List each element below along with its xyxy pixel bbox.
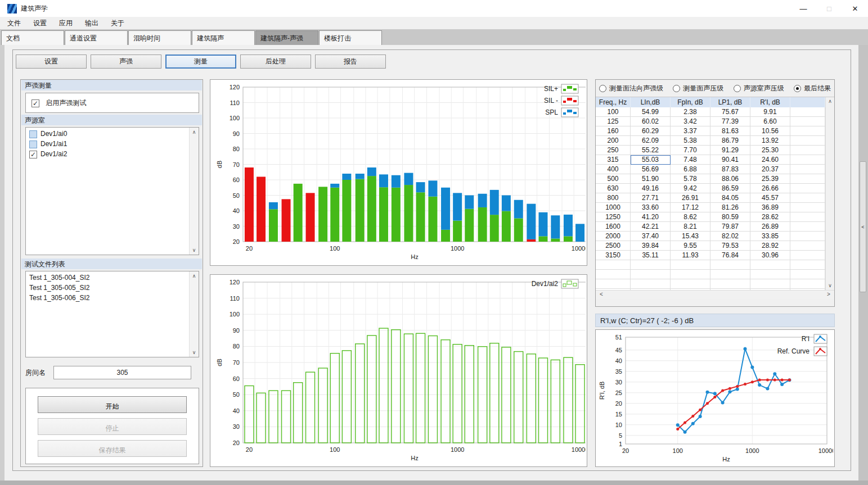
table-cell[interactable]: 25.30 [750,146,790,155]
table-cell[interactable]: 400 [596,165,631,174]
table-cell[interactable]: 6.88 [671,165,710,174]
table-cell[interactable]: 28.92 [750,241,790,251]
table-cell[interactable]: 250 [596,146,631,155]
sub-tab-4[interactable]: 后处理 [240,55,311,69]
table-cell[interactable]: 125 [596,117,631,126]
sub-tab-5[interactable]: 报告 [315,55,386,69]
table-cell[interactable]: 100 [596,107,631,117]
table-cell[interactable]: 28.62 [750,212,790,222]
table-cell[interactable]: 160 [596,126,631,136]
channel-checkbox[interactable] [29,140,37,148]
table-cell[interactable]: 26.89 [750,222,790,232]
main-tab-5[interactable]: 建筑隔声-声强 [255,30,318,45]
table-cell[interactable]: 91.29 [710,146,750,155]
table-cell[interactable]: 2.38 [671,107,710,117]
file-list-scrollbar[interactable]: ∧ ∨ [189,271,199,357]
table-cell[interactable]: 15.43 [671,232,710,241]
table-cell[interactable]: 11.93 [671,251,710,260]
enable-intensity-checkbox[interactable]: ✓ [32,99,39,107]
table-cell[interactable] [790,232,825,241]
collapse-panel-button[interactable]: < [860,161,866,292]
table-cell[interactable] [790,184,825,193]
table-cell[interactable]: 8.62 [671,212,710,222]
close-icon[interactable]: ✕ [842,0,868,17]
radio-option-2[interactable]: 测量面声压级 [673,84,723,93]
scroll-down-icon[interactable]: ∨ [190,348,199,357]
scroll-down-icon[interactable]: ∨ [826,282,834,290]
table-cell[interactable]: 79.53 [710,241,750,251]
radio-icon[interactable] [673,85,680,92]
main-tab-2[interactable]: 通道设置 [65,30,128,45]
scroll-down-icon[interactable]: ∨ [190,246,199,255]
table-cell[interactable] [790,203,825,212]
table-cell[interactable]: 45.57 [750,193,790,203]
main-tab-1[interactable]: 文档 [1,30,64,45]
table-cell[interactable]: 42.21 [631,222,671,232]
table-cell[interactable] [790,107,825,117]
scroll-left-icon[interactable]: < [597,291,606,297]
table-cell[interactable]: 33.60 [631,203,671,212]
table-cell[interactable]: 62.09 [631,136,671,146]
radio-icon[interactable] [794,85,801,92]
table-cell[interactable]: 10.56 [750,126,790,136]
channel-row-3[interactable]: ✓Dev1/ai2 [26,149,199,160]
main-tab-6[interactable]: 楼板打击 [319,30,382,45]
table-cell[interactable]: 630 [596,184,631,193]
table-cell[interactable]: 1250 [596,212,631,222]
table-cell[interactable]: 1600 [596,222,631,232]
table-cell[interactable]: 36.89 [750,203,790,212]
table-cell[interactable]: 33.85 [750,232,790,241]
channel-row-2[interactable]: Dev1/ai1 [26,139,199,149]
table-cell[interactable]: 75.67 [710,107,750,117]
table-horizontal-scrollbar[interactable]: < > [596,290,834,299]
menu-item-2[interactable]: 设置 [27,17,53,29]
room-name-input[interactable]: 305 [53,366,191,379]
table-cell[interactable]: 3.37 [671,126,710,136]
table-cell[interactable] [790,117,825,126]
scroll-up-icon[interactable]: ∧ [826,97,834,106]
table-cell[interactable]: 81.26 [710,203,750,212]
radio-option-4[interactable]: 最后结果 [794,84,831,93]
table-cell[interactable] [790,212,825,222]
table-cell[interactable] [790,193,825,203]
table-cell[interactable]: 88.06 [710,174,750,184]
radio-option-3[interactable]: 声源室声压级 [734,84,784,93]
table-cell[interactable]: 81.63 [710,126,750,136]
table-cell[interactable] [790,126,825,136]
table-cell[interactable]: 27.71 [631,193,671,203]
table-cell[interactable]: 500 [596,174,631,184]
table-cell[interactable]: 60.02 [631,117,671,126]
table-cell[interactable]: 41.20 [631,212,671,222]
scroll-up-icon[interactable]: ∧ [190,128,199,137]
sub-tab-2[interactable]: 声强 [91,55,161,69]
sub-tab-1[interactable]: 设置 [16,55,87,69]
table-cell[interactable]: 800 [596,193,631,203]
table-cell[interactable]: 5.78 [671,174,710,184]
table-cell[interactable]: 25.39 [750,174,790,184]
table-cell[interactable]: 7.48 [671,155,710,165]
test-file-item-3[interactable]: Test 1_305-006_SI2 [26,293,199,303]
menu-item-5[interactable]: 关于 [105,17,131,29]
table-cell[interactable]: 56.69 [631,165,671,174]
table-cell[interactable]: 55.03 [631,155,671,165]
table-cell[interactable]: 26.91 [671,193,710,203]
table-cell[interactable]: 55.22 [631,146,671,155]
table-cell[interactable]: 315 [596,155,631,165]
table-cell[interactable] [790,222,825,232]
channel-checkbox[interactable] [29,130,37,138]
table-cell[interactable]: 35.11 [631,251,671,260]
table-cell[interactable] [790,165,825,174]
table-cell[interactable]: 86.79 [710,136,750,146]
scroll-up-icon[interactable]: ∧ [190,271,199,280]
table-cell[interactable]: 24.60 [750,155,790,165]
table-cell[interactable]: 76.84 [710,251,750,260]
minimize-icon[interactable]: — [790,0,816,17]
table-cell[interactable] [790,136,825,146]
table-cell[interactable]: 3.42 [671,117,710,126]
table-cell[interactable] [790,241,825,251]
channel-checkbox[interactable]: ✓ [29,151,37,158]
table-cell[interactable]: 9.91 [750,107,790,117]
table-cell[interactable] [790,174,825,184]
table-cell[interactable]: 17.12 [671,203,710,212]
radio-icon[interactable] [599,85,606,92]
